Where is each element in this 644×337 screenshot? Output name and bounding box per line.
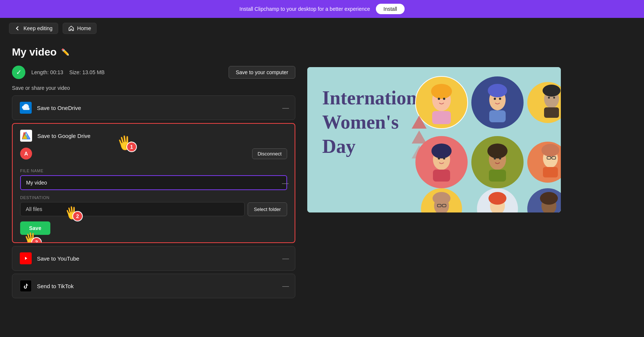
disconnect-button[interactable]: Disconnect [252,148,287,159]
svg-point-38 [438,157,440,160]
save-to-computer-button[interactable]: Save to your computer [229,66,295,79]
gdrive-collapse-icon: — [282,179,289,187]
page-title-row: My video ✏️ [12,46,295,58]
svg-rect-22 [489,110,506,122]
install-button[interactable]: Install [376,4,405,14]
svg-text:Women's: Women's [322,111,399,133]
svg-rect-28 [544,107,559,118]
banner-text: Install Clipchamp to your desktop for a … [239,6,370,12]
account-avatar: A [20,148,32,160]
svg-point-15 [431,84,452,99]
gdrive-icon [20,130,32,142]
youtube-label: Save to YouTube [37,255,79,262]
onedrive-label: Save to OneDrive [37,105,81,111]
destination-value: All files [20,202,245,216]
svg-point-42 [487,144,508,158]
svg-rect-43 [489,170,506,182]
video-length: Length: 00:13 [31,69,63,75]
destination-label: DESTINATION [20,195,287,200]
destination-row: All files Select folder 🖐️ 2 [20,202,287,216]
step-badge-3: 3 [31,237,42,243]
youtube-icon [20,252,32,264]
main-content: My video ✏️ ✓ Length: 00:13 Size: 13.05 … [0,39,644,306]
share-options-list: Save to OneDrive — Save to G [12,95,295,298]
keep-editing-button[interactable]: Keep editing [9,23,58,34]
save-button[interactable]: Save [20,221,50,235]
file-name-group: FILE NAME [20,168,287,190]
video-info-row: ✓ Length: 00:13 Size: 13.05 MB Save to y… [12,66,295,79]
left-panel: My video ✏️ ✓ Length: 00:13 Size: 13.05 … [12,46,295,298]
onedrive-collapse-icon: — [282,104,289,112]
svg-rect-37 [433,170,450,182]
home-button[interactable]: Home [63,23,97,34]
youtube-collapse-icon: — [282,255,289,262]
file-name-input[interactable] [20,175,287,190]
tiktok-label: Send to TikTok [37,283,73,289]
svg-point-36 [431,144,452,158]
edit-title-icon[interactable]: ✏️ [61,48,69,56]
tiktok-collapse-icon: — [282,282,289,290]
video-size: Size: 13.05 MB [69,69,105,75]
gdrive-label: Save to Google Drive [37,133,91,139]
home-icon [68,25,74,31]
svg-point-45 [499,157,501,160]
gdrive-option-expanded: Save to Google Drive — 🖐️ 1 A Disconnect [12,123,295,243]
tiktok-option[interactable]: Send to TikTok — [12,274,295,298]
svg-point-24 [499,98,501,100]
svg-rect-49 [543,167,558,177]
svg-point-29 [548,97,550,99]
page-title: My video [12,46,57,58]
onedrive-option[interactable]: Save to OneDrive — [12,95,295,120]
gdrive-header[interactable]: Save to Google Drive — [13,124,295,148]
youtube-option[interactable]: Save to YouTube — [12,246,295,271]
install-banner: Install Clipchamp to your desktop for a … [0,0,644,18]
select-folder-button[interactable]: Select folder [248,202,287,216]
svg-point-55 [433,192,450,205]
file-name-label: FILE NAME [20,168,287,173]
arrow-left-icon [15,25,21,31]
svg-point-18 [443,98,445,100]
svg-point-61 [489,192,506,205]
video-preview: International Women's Day [307,67,561,212]
destination-group: DESTINATION All files Select folder 🖐️ 2 [20,195,287,216]
svg-point-17 [438,98,440,100]
svg-point-30 [553,97,555,99]
svg-point-23 [494,98,496,100]
svg-text:Day: Day [322,136,356,157]
check-icon: ✓ [12,66,25,79]
right-panel: International Women's Day [307,67,632,298]
svg-rect-16 [432,111,451,124]
svg-point-65 [540,192,558,205]
svg-point-27 [543,85,560,97]
svg-point-39 [443,157,445,160]
onedrive-icon [20,102,32,114]
svg-point-44 [494,157,496,160]
share-section-label: Save or share your video [12,85,295,91]
account-row: A Disconnect [20,148,287,163]
svg-rect-7 [22,282,29,290]
gdrive-body: A Disconnect FILE NAME DESTINATION All f… [13,148,295,242]
nav-bar: Keep editing Home [0,18,644,39]
svg-point-48 [541,144,559,157]
svg-point-21 [488,84,507,97]
tiktok-icon [20,280,32,292]
preview-svg: International Women's Day [307,67,561,212]
save-button-container: Save 🖐️ 3 [20,221,50,235]
